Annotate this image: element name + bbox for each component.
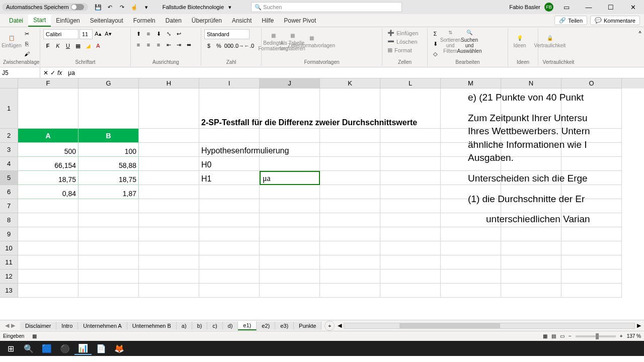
toggle-icon[interactable] — [71, 4, 84, 10]
cell-g4[interactable]: 58,88 — [78, 157, 139, 171]
cell[interactable] — [139, 241, 199, 255]
qat-dropdown-icon[interactable]: ▾ — [141, 2, 151, 12]
row-header-12[interactable]: 12 — [0, 269, 18, 284]
cut-icon[interactable]: ✂ — [22, 29, 31, 38]
redo-icon[interactable]: ↷ — [117, 2, 127, 12]
indent-increase-icon[interactable]: ⇥ — [174, 40, 183, 49]
sheet-tab[interactable]: e3) — [275, 322, 294, 330]
find-select-button[interactable]: 🔍Suchen und Auswählen — [461, 29, 478, 54]
cell[interactable] — [380, 213, 441, 227]
row-header-9[interactable]: 9 — [0, 227, 18, 241]
name-box[interactable]: J5 — [0, 67, 40, 78]
cell-h3[interactable] — [139, 143, 199, 157]
row-header-4[interactable]: 4 — [0, 157, 18, 171]
cell[interactable] — [260, 227, 320, 241]
cell-g5[interactable]: 18,75 — [78, 171, 139, 185]
cell[interactable] — [501, 241, 561, 255]
cell[interactable] — [260, 284, 320, 298]
cell-h4[interactable] — [139, 157, 199, 171]
cell-l5[interactable] — [380, 171, 441, 185]
cell-k6[interactable] — [320, 185, 380, 199]
cell-j6[interactable] — [260, 185, 320, 199]
format-cells-button[interactable]: ▦Format — [385, 46, 424, 54]
view-normal-icon[interactable]: ▦ — [543, 333, 547, 339]
font-color-icon[interactable]: A — [94, 41, 103, 50]
col-header-h[interactable]: H — [139, 78, 199, 88]
cell-h2[interactable] — [139, 129, 199, 143]
scroll-right-icon[interactable]: ▶ — [637, 322, 641, 329]
formula-bar[interactable]: μa — [65, 69, 644, 76]
cell-i4[interactable]: H0 — [199, 157, 260, 171]
cell[interactable] — [561, 241, 622, 255]
cell-h5[interactable] — [139, 171, 199, 185]
italic-button[interactable]: K — [53, 41, 62, 50]
share-button[interactable]: 🔗Teilen — [554, 16, 587, 25]
cell[interactable] — [561, 227, 622, 241]
col-header-o[interactable]: O — [561, 78, 622, 88]
cell[interactable] — [18, 241, 78, 255]
border-icon[interactable]: ▦ — [73, 41, 83, 50]
cell-f1[interactable] — [18, 88, 78, 129]
cancel-formula-icon[interactable]: ✕ — [43, 69, 48, 76]
cell[interactable] — [18, 284, 78, 298]
align-top-icon[interactable]: ⬆ — [134, 29, 143, 38]
row-header-5[interactable]: 5 — [0, 171, 18, 185]
cell-j4[interactable] — [260, 157, 320, 171]
sheet-tab[interactable]: Unternehmen A — [78, 322, 127, 330]
format-painter-icon[interactable]: 🖌 — [22, 49, 31, 58]
cell[interactable] — [18, 227, 78, 241]
sheet-tab[interactable]: b) — [192, 322, 208, 330]
cell[interactable] — [78, 213, 139, 227]
comments-button[interactable]: 💬Kommentare — [590, 16, 640, 25]
tab-datei[interactable]: Datei — [4, 15, 28, 26]
cell[interactable] — [139, 284, 199, 298]
col-header-f[interactable]: F — [18, 78, 78, 88]
view-layout-icon[interactable]: ▤ — [551, 333, 556, 339]
col-header-k[interactable]: K — [320, 78, 380, 88]
cell-i2[interactable] — [199, 129, 260, 143]
cell[interactable] — [320, 213, 380, 227]
cell-styles-button[interactable]: ▦Zellenformatvorlagen — [303, 29, 320, 54]
cell[interactable] — [320, 241, 380, 255]
col-header-n[interactable]: N — [501, 78, 561, 88]
copy-icon[interactable]: ⎘ — [22, 39, 31, 48]
cell[interactable] — [78, 269, 139, 284]
sheet-tab[interactable]: e2) — [257, 322, 275, 330]
cell[interactable] — [320, 199, 380, 213]
cell-f2[interactable]: A — [18, 129, 78, 143]
cell[interactable] — [380, 227, 441, 241]
tab-formeln[interactable]: Formeln — [128, 15, 160, 26]
cell[interactable] — [320, 284, 380, 298]
tab-powerpivot[interactable]: Power Pivot — [279, 15, 321, 26]
scroll-left-icon[interactable]: ◀ — [338, 322, 342, 329]
cell-f3[interactable]: 500 — [18, 143, 78, 157]
sheet-tab[interactable]: a) — [177, 322, 192, 330]
zoom-out-icon[interactable]: − — [569, 333, 572, 339]
zoom-level[interactable]: 137 % — [627, 333, 641, 339]
cell[interactable] — [380, 255, 441, 269]
col-header-m[interactable]: M — [441, 78, 501, 88]
cell-f4[interactable]: 66,154 — [18, 157, 78, 171]
cell[interactable] — [18, 255, 78, 269]
merge-icon[interactable]: ⬌ — [184, 40, 193, 49]
cell-h6[interactable] — [139, 185, 199, 199]
cell[interactable] — [320, 255, 380, 269]
bold-button[interactable]: F — [43, 41, 52, 50]
cell[interactable] — [260, 213, 320, 227]
cell[interactable] — [139, 255, 199, 269]
collapse-ribbon-icon[interactable]: ˄ — [636, 28, 644, 66]
row-header-2[interactable]: 2 — [0, 129, 18, 143]
cell[interactable] — [18, 269, 78, 284]
percent-icon[interactable]: % — [214, 41, 223, 50]
cell[interactable] — [260, 199, 320, 213]
sheet-tab[interactable]: Disclaimer — [20, 322, 56, 330]
add-sheet-button[interactable]: + — [325, 321, 335, 331]
zoom-in-icon[interactable]: + — [620, 333, 623, 339]
row-header-6[interactable]: 6 — [0, 185, 18, 199]
cell[interactable] — [260, 269, 320, 284]
sheet-tab[interactable]: c) — [207, 322, 222, 330]
paste-button[interactable]: 📋Einfügen — [3, 29, 20, 54]
cell[interactable] — [441, 241, 501, 255]
cell-k4[interactable] — [320, 157, 380, 171]
cell[interactable] — [199, 213, 260, 227]
